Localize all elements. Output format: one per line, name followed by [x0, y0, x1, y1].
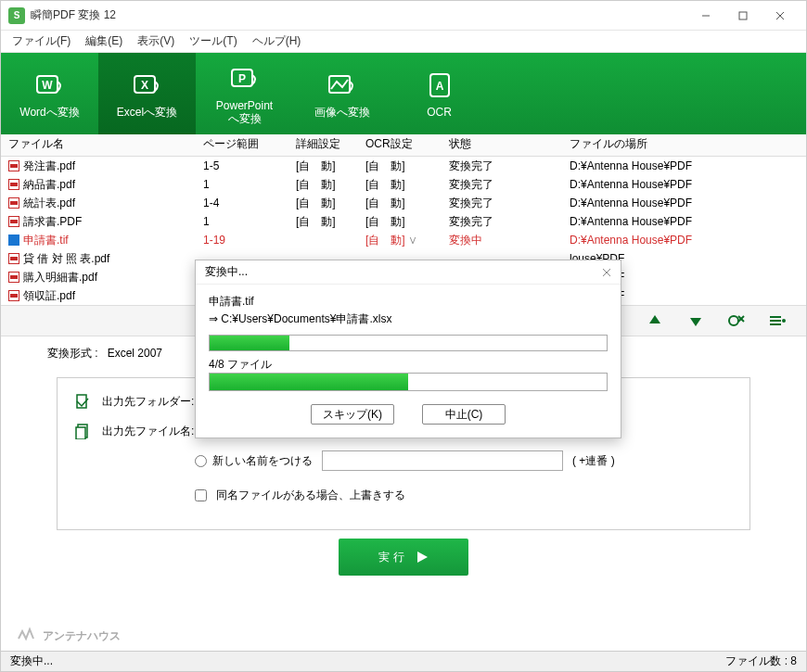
toolbar-word[interactable]: W Wordへ変換: [1, 53, 98, 134]
col-range[interactable]: ページ範囲: [196, 134, 288, 156]
file-name: 貸 借 対 照 表.pdf: [23, 252, 109, 265]
cell-ocr: [自 動]: [358, 175, 442, 195]
cell-detail: [自 動]: [288, 212, 358, 232]
new-name-input[interactable]: [322, 450, 563, 471]
svg-marker-13: [649, 315, 660, 323]
cell-detail: [288, 238, 358, 242]
cell-location: D:¥Antenna House¥PDF: [562, 158, 806, 174]
cell-location: D:¥Antenna House¥PDF: [562, 176, 806, 193]
cancel-button[interactable]: 中止(C): [422, 404, 506, 425]
file-name: 納品書.pdf: [23, 178, 75, 191]
folder-icon: [72, 391, 93, 412]
table-row[interactable]: 統計表.pdf1-4[自 動][自 動]変換完了D:¥Antenna House…: [1, 194, 806, 212]
run-button[interactable]: 実 行: [339, 539, 468, 576]
cell-range: 1-19: [196, 232, 288, 248]
cell-range: 1-5: [196, 158, 288, 174]
status-right: ファイル数 : 8: [725, 653, 797, 669]
toolbar-ppt-label: PowerPoint へ変換: [216, 99, 273, 126]
move-up-icon[interactable]: [645, 311, 665, 331]
col-name[interactable]: ファイル名: [1, 134, 196, 156]
toolbar-image[interactable]: 画像へ変換: [293, 53, 391, 134]
maximize-button[interactable]: [724, 3, 762, 29]
dialog-current-file: 申請書.tif: [209, 294, 608, 310]
col-detail[interactable]: 詳細設定: [288, 134, 358, 156]
file-name: 購入明細書.pdf: [23, 271, 97, 284]
svg-rect-1: [739, 12, 747, 19]
output-folder-label: 出力先フォルダー:: [102, 394, 195, 410]
file-name: 申請書.tif: [23, 234, 69, 247]
overwrite-checkbox[interactable]: [195, 489, 207, 501]
table-header: ファイル名 ページ範囲 詳細設定 OCR設定 状態 ファイルの場所: [1, 134, 806, 157]
menu-help[interactable]: ヘルプ(H): [245, 32, 309, 51]
menu-tool[interactable]: ツール(T): [182, 32, 244, 51]
svg-point-21: [782, 319, 786, 323]
toolbar-excel-label: Excelへ変換: [117, 106, 177, 119]
toolbar-ppt[interactable]: P PowerPoint へ変換: [196, 53, 293, 134]
brand-label: アンテナハウス: [43, 628, 121, 644]
table-row[interactable]: 請求書.PDF1[自 動][自 動]変換完了D:¥Antenna House¥P…: [1, 212, 806, 231]
remove-icon[interactable]: [726, 311, 747, 331]
radio-newname-label: 新しい名前をつける: [212, 453, 313, 469]
overwrite-label: 同名ファイルがある場合、上書きする: [216, 488, 405, 503]
move-down-icon[interactable]: [685, 311, 706, 331]
svg-point-15: [729, 316, 738, 325]
file-progress-bar: [209, 335, 608, 351]
table-row[interactable]: 発注書.pdf1-5[自 動][自 動]変換完了D:¥Antenna House…: [1, 157, 806, 175]
file-name: 領収証.pdf: [23, 289, 75, 302]
col-status[interactable]: 状態: [442, 134, 562, 156]
pdf-file-icon: [8, 272, 19, 283]
close-button[interactable]: [762, 3, 799, 29]
toolbar-ocr-label: OCR: [427, 106, 452, 119]
cell-location: D:¥Antenna House¥PDF: [562, 232, 806, 248]
cell-detail: [自 動]: [288, 194, 358, 213]
toolbar-ocr[interactable]: A OCR: [391, 53, 488, 134]
cell-ocr: [自 動]: [358, 212, 442, 232]
settings-icon[interactable]: [767, 311, 788, 331]
skip-button[interactable]: スキップ(K): [311, 404, 394, 425]
svg-rect-24: [76, 427, 85, 439]
svg-marker-25: [417, 552, 428, 563]
window-title: 瞬簡PDF 変換 12: [31, 7, 687, 23]
svg-text:X: X: [140, 79, 147, 92]
tif-file-icon: [8, 235, 19, 246]
cell-status: 変換完了: [442, 212, 562, 232]
dialog-title: 変換中...: [205, 264, 248, 280]
play-icon: [416, 551, 429, 564]
titlebar: S 瞬簡PDF 変換 12: [1, 1, 806, 31]
app-icon: S: [8, 7, 25, 24]
brand: アンテナハウス: [17, 626, 121, 646]
table-row[interactable]: 納品書.pdf1[自 動][自 動]変換完了D:¥Antenna House¥P…: [1, 175, 806, 194]
image-icon: [324, 69, 361, 102]
dialog-titlebar: 変換中...: [196, 260, 621, 285]
pdf-file-icon: [8, 179, 19, 190]
file-name: 発注書.pdf: [23, 159, 75, 172]
overall-progress-label: 4/8 ファイル: [209, 357, 608, 373]
svg-text:P: P: [237, 72, 245, 85]
dialog-close-icon[interactable]: [602, 268, 611, 277]
format-label: 変換形式 :: [47, 346, 98, 361]
col-location[interactable]: ファイルの場所: [562, 134, 806, 156]
cell-status: 変換完了: [442, 175, 562, 195]
cell-status: 変換完了: [442, 157, 562, 176]
table-row[interactable]: 申請書.tif1-19[自 動] ∨変換中D:¥Antenna House¥PD…: [1, 231, 806, 249]
window-controls: [687, 3, 799, 29]
minimize-button[interactable]: [687, 3, 724, 29]
ppt-icon: P: [226, 62, 263, 95]
cell-detail: [自 動]: [288, 157, 358, 176]
menu-edit[interactable]: 編集(E): [78, 32, 130, 51]
overall-progress-bar: [209, 373, 608, 391]
svg-marker-14: [690, 318, 701, 326]
cell-status: 変換完了: [442, 194, 562, 213]
toolbar: W Wordへ変換 X Excelへ変換 P PowerPoint へ変換 画像…: [1, 53, 806, 134]
col-ocr[interactable]: OCR設定: [358, 134, 442, 156]
menu-file[interactable]: ファイル(F): [5, 32, 78, 51]
radio-new-name[interactable]: [195, 455, 207, 467]
toolbar-excel[interactable]: X Excelへ変換: [98, 53, 196, 134]
pdf-file-icon: [8, 197, 19, 209]
svg-text:A: A: [435, 80, 443, 93]
filename-icon: [72, 421, 93, 441]
menu-view[interactable]: 表示(V): [130, 32, 182, 51]
progress-dialog: 変換中... 申請書.tif ⇒ C:¥Users¥Documents¥申請書.…: [195, 260, 621, 438]
run-bar: 実 行: [1, 530, 806, 584]
pdf-file-icon: [8, 290, 19, 301]
